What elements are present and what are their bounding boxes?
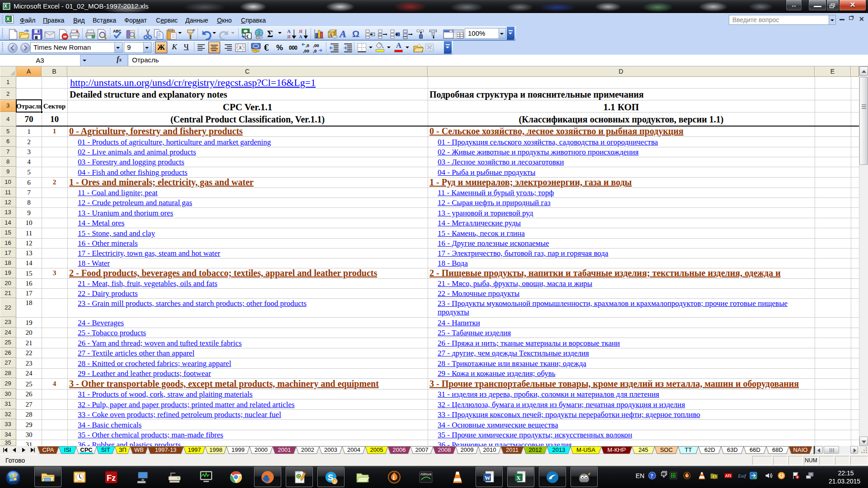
svg-text:a: a	[239, 45, 241, 50]
svg-text:Я: Я	[299, 28, 302, 34]
svg-text:Exif: Exif	[738, 474, 747, 479]
svg-text:W: W	[485, 474, 491, 481]
svg-text:Fz: Fz	[107, 474, 116, 483]
svg-text:1: 1	[713, 474, 716, 479]
svg-text:Я: Я	[287, 34, 291, 39]
svg-text:ATI: ATI	[725, 474, 731, 478]
svg-text:А: А	[287, 28, 291, 34]
svg-text:А: А	[299, 34, 302, 39]
svg-text:,00: ,00	[313, 43, 319, 48]
svg-text:,0: ,0	[313, 48, 317, 53]
svg-text:X: X	[516, 474, 521, 481]
svg-text:€: €	[246, 33, 249, 39]
svg-text:,0: ,0	[306, 43, 310, 48]
svg-text:?: ?	[651, 473, 653, 479]
svg-text:,00: ,00	[303, 48, 309, 53]
svg-text:/ISRock: /ISRock	[420, 473, 432, 476]
svg-text:i: i	[393, 474, 395, 481]
svg-text:1: 1	[334, 479, 336, 484]
svg-text:A: A	[328, 32, 332, 38]
